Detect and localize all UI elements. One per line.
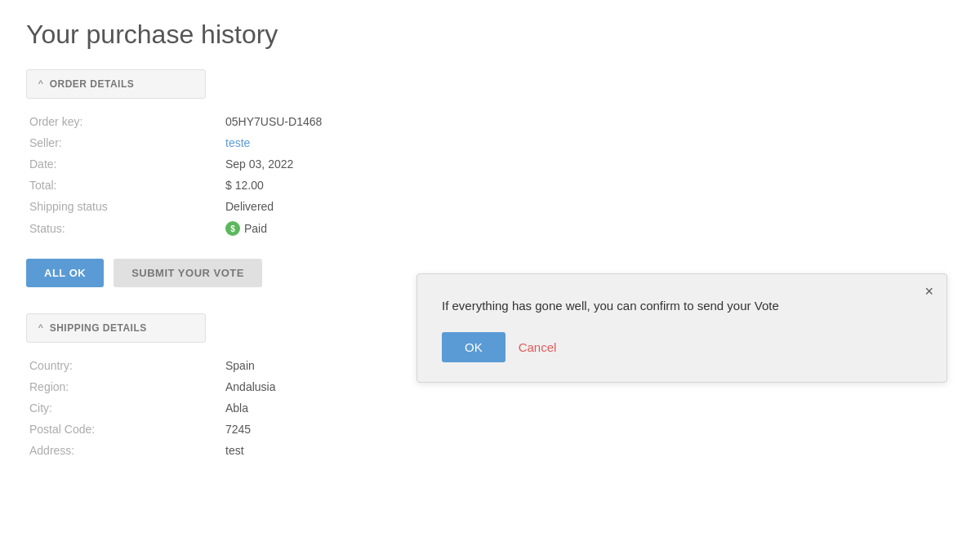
order-key-label: Order key:: [29, 115, 225, 128]
all-ok-button[interactable]: ALL OK: [26, 259, 104, 287]
page: Your purchase history ^ ORDER DETAILS Or…: [0, 0, 980, 550]
total-label: Total:: [29, 179, 225, 192]
date-label: Date:: [29, 157, 225, 171]
seller-value[interactable]: teste: [225, 136, 250, 149]
shipping-status-value: Delivered: [225, 200, 274, 213]
order-key-value: 05HY7USU-D1468: [225, 115, 322, 128]
shipping-details-header[interactable]: ^ SHIPPING DETAILS: [26, 313, 206, 343]
city-row: City: Abla: [26, 401, 954, 415]
address-label: Address:: [29, 444, 225, 457]
shipping-details-label: SHIPPING DETAILS: [50, 322, 147, 334]
region-value: Andalusia: [225, 380, 276, 393]
country-label: Country:: [29, 359, 225, 372]
vote-confirm-modal: × If everything has gone well, you can c…: [416, 273, 947, 383]
address-row: Address: test: [26, 444, 954, 457]
total-value: $ 12.00: [225, 179, 264, 192]
modal-cancel-button[interactable]: Cancel: [519, 340, 557, 354]
status-row: Status: $ Paid: [26, 221, 954, 236]
postal-code-value: 7245: [225, 423, 251, 436]
shipping-status-row: Shipping status Delivered: [26, 200, 954, 213]
status-label: Status:: [29, 222, 225, 235]
modal-close-button[interactable]: ×: [924, 284, 933, 299]
order-details-label: ORDER DETAILS: [50, 78, 135, 90]
submit-vote-button[interactable]: SUBMIT YOUR VOTE: [114, 259, 262, 287]
city-label: City:: [29, 401, 225, 415]
seller-row: Seller: teste: [26, 136, 954, 149]
address-value: test: [225, 444, 244, 457]
chevron-up-icon: ^: [38, 78, 43, 90]
total-row: Total: $ 12.00: [26, 179, 954, 192]
modal-ok-button[interactable]: OK: [442, 332, 506, 362]
order-key-row: Order key: 05HY7USU-D1468: [26, 115, 954, 128]
country-value: Spain: [225, 359, 255, 372]
postal-code-row: Postal Code: 7245: [26, 423, 954, 436]
seller-label: Seller:: [29, 136, 225, 149]
paid-icon: $: [225, 221, 240, 236]
order-details-header[interactable]: ^ ORDER DETAILS: [26, 69, 206, 99]
city-value: Abla: [225, 401, 248, 415]
region-label: Region:: [29, 380, 225, 393]
date-row: Date: Sep 03, 2022: [26, 157, 954, 171]
modal-actions: OK Cancel: [442, 332, 922, 362]
page-title: Your purchase history: [26, 20, 954, 50]
status-value: Paid: [244, 222, 267, 235]
date-value: Sep 03, 2022: [225, 157, 293, 171]
shipping-chevron-up-icon: ^: [38, 322, 43, 334]
shipping-status-label: Shipping status: [29, 200, 225, 213]
status-badge: $ Paid: [225, 221, 267, 236]
order-details-section: ^ ORDER DETAILS Order key: 05HY7USU-D146…: [26, 69, 954, 236]
modal-message: If everything has gone well, you can con…: [442, 297, 922, 314]
postal-code-label: Postal Code:: [29, 423, 225, 436]
